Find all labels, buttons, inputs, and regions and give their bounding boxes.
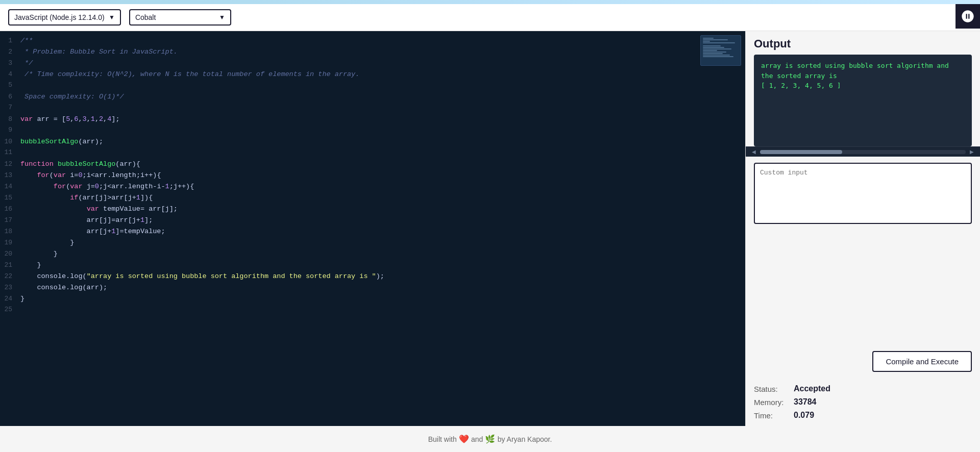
scroll-left-icon[interactable]: ◀ bbox=[750, 149, 758, 155]
line-content-14: for(var j=0;j<arr.length-i-1;j++){ bbox=[20, 181, 741, 192]
code-editor[interactable]: 1 /** 2 * Problem: Bubble Sort in JavaSc… bbox=[0, 31, 745, 426]
line-num-11: 11 bbox=[4, 147, 20, 158]
line-num-15: 15 bbox=[4, 193, 20, 204]
code-line-3: 3 */ bbox=[0, 58, 745, 69]
line-num-1: 1 bbox=[4, 36, 20, 46]
theme-selector[interactable]: Cobalt Monokai Dracula GitHub VS Dark ▼ bbox=[129, 9, 231, 26]
line-num-6: 6 bbox=[4, 92, 20, 103]
line-num-25: 25 bbox=[4, 305, 20, 315]
main-content: 1 /** 2 * Problem: Bubble Sort in JavaSc… bbox=[0, 31, 980, 426]
custom-input-area bbox=[754, 163, 972, 347]
output-scrollbar[interactable]: ◀ ▶ bbox=[746, 146, 980, 157]
line-num-5: 5 bbox=[4, 80, 20, 91]
line-num-2: 2 bbox=[4, 47, 20, 58]
line-num-19: 19 bbox=[4, 238, 20, 248]
code-line-1: 1 /** bbox=[0, 35, 745, 46]
code-line-23: 23 console.log(arr); bbox=[0, 282, 745, 293]
line-num-8: 8 bbox=[4, 114, 20, 125]
status-row: Status: Accepted bbox=[754, 384, 972, 393]
footer-text-after: by Aryan Kapoor. bbox=[498, 435, 552, 443]
line-content-1: /** bbox=[20, 35, 741, 46]
code-line-7: 7 bbox=[0, 103, 745, 114]
code-line-9: 9 bbox=[0, 125, 745, 136]
scroll-right-icon[interactable]: ▶ bbox=[968, 149, 976, 155]
line-num-21: 21 bbox=[4, 260, 20, 271]
time-value: 0.079 bbox=[794, 411, 814, 420]
footer-text-before: Built with bbox=[428, 435, 457, 443]
line-content-13: for(var i=0;i<arr.length;i++){ bbox=[20, 170, 741, 181]
line-num-12: 12 bbox=[4, 159, 20, 170]
line-content-17: arr[j]=arr[j+1]; bbox=[20, 215, 741, 226]
code-line-5: 5 bbox=[0, 80, 745, 91]
language-select[interactable]: JavaScript (Node.js 12.14.0) Python 3 Ja… bbox=[14, 13, 105, 21]
code-line-12: 12 function bubbleSortAlgo(arr){ bbox=[0, 159, 745, 170]
line-content-19: } bbox=[20, 237, 741, 248]
output-title: Output bbox=[746, 31, 980, 55]
top-gradient-bar bbox=[0, 0, 980, 4]
code-line-15: 15 if(arr[j]>arr[j+1]){ bbox=[0, 192, 745, 204]
leaf-icon: 🌿 bbox=[485, 435, 497, 443]
line-content-23: console.log(arr); bbox=[20, 282, 741, 293]
code-line-6: 6 Space complexity: O(1)*/ bbox=[0, 91, 745, 103]
line-num-7: 7 bbox=[4, 103, 20, 113]
language-chevron-icon: ▼ bbox=[109, 14, 115, 21]
code-line-11: 11 bbox=[0, 147, 745, 159]
code-line-13: 13 for(var i=0;i<arr.length;i++){ bbox=[0, 170, 745, 181]
line-num-13: 13 bbox=[4, 170, 20, 181]
line-num-9: 9 bbox=[4, 125, 20, 136]
language-selector[interactable]: JavaScript (Node.js 12.14.0) Python 3 Ja… bbox=[8, 9, 121, 26]
line-num-14: 14 bbox=[4, 182, 20, 192]
footer: Built with ❤️ and 🌿 by Aryan Kapoor. bbox=[0, 426, 980, 452]
line-num-10: 10 bbox=[4, 137, 20, 147]
editor-section[interactable]: 1 /** 2 * Problem: Bubble Sort in JavaSc… bbox=[0, 31, 745, 426]
code-line-14: 14 for(var j=0;j<arr.length-i-1;j++){ bbox=[0, 181, 745, 192]
line-content-15: if(arr[j]>arr[j+1]){ bbox=[20, 192, 741, 204]
line-content-10: bubbleSortAlgo(arr); bbox=[20, 136, 741, 147]
custom-input-textarea[interactable] bbox=[754, 163, 972, 224]
line-content-12: function bubbleSortAlgo(arr){ bbox=[20, 159, 741, 170]
line-num-4: 4 bbox=[4, 69, 20, 80]
minimap-lines bbox=[701, 36, 741, 60]
code-line-10: 10 bubbleSortAlgo(arr); bbox=[0, 136, 745, 147]
theme-select[interactable]: Cobalt Monokai Dracula GitHub VS Dark bbox=[135, 13, 215, 21]
line-num-22: 22 bbox=[4, 271, 20, 282]
code-line-19: 19 } bbox=[0, 237, 745, 248]
line-num-24: 24 bbox=[4, 294, 20, 305]
theme-chevron-icon: ▼ bbox=[219, 14, 225, 21]
time-label: Time: bbox=[754, 411, 790, 420]
code-line-17: 17 arr[j]=arr[j+1]; bbox=[0, 215, 745, 226]
output-display: array is sorted using bubble sort algori… bbox=[754, 55, 972, 146]
logo-icon bbox=[961, 9, 975, 23]
right-panel: Output array is sorted using bubble sort… bbox=[745, 31, 980, 426]
compile-execute-button[interactable]: Compile and Execute bbox=[872, 351, 972, 372]
footer-text-between: and bbox=[471, 435, 483, 443]
code-line-18: 18 arr[j+1]=tempValue; bbox=[0, 226, 745, 237]
line-content-8: var arr = [5,6,3,1,2,4]; bbox=[20, 114, 741, 125]
line-num-23: 23 bbox=[4, 283, 20, 293]
line-content-20: } bbox=[20, 248, 741, 260]
code-line-24: 24 } bbox=[0, 293, 745, 305]
code-lines[interactable]: 1 /** 2 * Problem: Bubble Sort in JavaSc… bbox=[0, 31, 745, 426]
output-text: array is sorted using bubble sort algori… bbox=[761, 61, 965, 91]
code-line-20: 20 } bbox=[0, 248, 745, 260]
stats-area: Status: Accepted Memory: 33784 Time: 0.0… bbox=[746, 380, 980, 426]
code-line-21: 21 } bbox=[0, 260, 745, 271]
compile-btn-area: Compile and Execute bbox=[746, 351, 980, 380]
line-content-3: */ bbox=[20, 58, 741, 69]
scroll-thumb[interactable] bbox=[760, 150, 842, 154]
line-num-18: 18 bbox=[4, 227, 20, 237]
code-line-16: 16 var tempValue= arr[j]; bbox=[0, 204, 745, 215]
line-num-20: 20 bbox=[4, 249, 20, 260]
line-num-16: 16 bbox=[4, 204, 20, 215]
memory-row: Memory: 33784 bbox=[754, 397, 972, 407]
line-num-3: 3 bbox=[4, 58, 20, 69]
scroll-track[interactable] bbox=[760, 150, 966, 154]
minimap bbox=[700, 35, 741, 66]
line-content-16: var tempValue= arr[j]; bbox=[20, 204, 741, 215]
code-line-25: 25 bbox=[0, 305, 745, 316]
line-content-18: arr[j+1]=tempValue; bbox=[20, 226, 741, 237]
line-content-22: console.log("array is sorted using bubbl… bbox=[20, 271, 741, 282]
status-label: Status: bbox=[754, 385, 790, 393]
line-content-21: } bbox=[20, 260, 741, 271]
toolbar: JavaScript (Node.js 12.14.0) Python 3 Ja… bbox=[0, 4, 980, 31]
